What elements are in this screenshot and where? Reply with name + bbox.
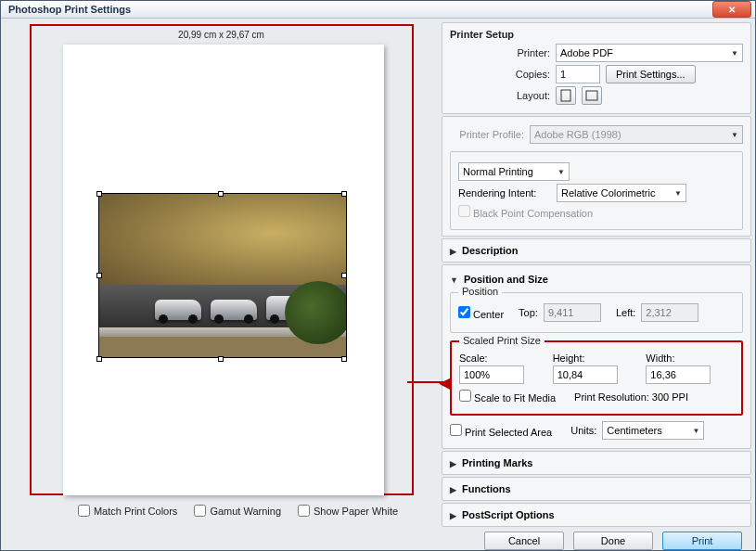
layout-label: Layout: <box>450 90 550 101</box>
resize-handle[interactable] <box>96 273 102 278</box>
postscript-section[interactable]: PostScript Options <box>442 503 751 527</box>
printer-profile-select[interactable]: Adobe RGB (1998)▼ <box>530 125 743 144</box>
rendering-intent-select[interactable]: Relative Colorimetric▼ <box>557 184 686 202</box>
position-size-title: Position and Size <box>464 274 548 285</box>
scale-label: Scale: <box>459 352 547 364</box>
resize-handle[interactable] <box>341 191 347 197</box>
chevron-down-icon: ▼ <box>674 189 682 198</box>
top-label: Top: <box>519 307 538 318</box>
scale-to-fit-check[interactable]: Scale to Fit Media <box>459 390 556 404</box>
chevron-down-icon: ▼ <box>692 427 699 435</box>
gamut-warning-check[interactable]: Gamut Warning <box>194 505 281 517</box>
description-section[interactable]: Description <box>442 238 751 263</box>
chevron-right-icon <box>450 245 456 256</box>
chevron-down-icon: ▼ <box>731 131 738 139</box>
print-settings-button[interactable]: Print Settings... <box>606 65 696 83</box>
layout-portrait-button[interactable] <box>556 86 576 105</box>
match-print-colors-check[interactable]: Match Print Colors <box>78 505 177 517</box>
resize-handle[interactable] <box>341 273 347 278</box>
rendering-group: Normal Printing▼ Rendering Intent: Relat… <box>450 151 743 230</box>
preview-options: Match Print Colors Gamut Warning Show Pa… <box>45 505 398 517</box>
page-dimensions-label: 20,99 cm x 29,67 cm <box>32 30 412 40</box>
printer-label: Printer: <box>450 47 550 58</box>
scaled-print-size-group: ◀ Scaled Print Size Scale:100% Height:10… <box>450 340 743 416</box>
position-legend: Position <box>458 286 502 297</box>
width-label: Width: <box>646 352 734 364</box>
scale-input[interactable]: 100% <box>459 365 524 384</box>
chevron-down-icon[interactable] <box>450 274 458 285</box>
printer-setup-panel: Printer Setup Printer: Adobe PDF▼ Copies… <box>442 22 751 114</box>
height-label: Height: <box>553 352 641 364</box>
print-selected-area-check[interactable]: Print Selected Area <box>450 424 552 438</box>
printing-mode-select[interactable]: Normal Printing▼ <box>458 162 570 181</box>
resize-handle[interactable] <box>341 356 347 362</box>
units-label: Units: <box>570 425 596 436</box>
rendering-intent-label: Rendering Intent: <box>458 187 551 199</box>
chevron-down-icon: ▼ <box>731 49 738 58</box>
preview-image[interactable] <box>98 193 347 358</box>
left-input: 2,312 <box>641 303 698 322</box>
done-button[interactable]: Done <box>573 532 653 550</box>
print-button[interactable]: Print <box>662 532 742 550</box>
scaled-legend: Scaled Print Size <box>459 335 545 346</box>
svg-rect-0 <box>561 90 570 101</box>
color-management-panel: Printer Profile: Adobe RGB (1998)▼ Norma… <box>442 116 751 237</box>
resize-handle[interactable] <box>96 191 102 197</box>
callout-arrowhead: ◀ <box>439 374 450 391</box>
chevron-right-icon <box>450 457 456 468</box>
resize-handle[interactable] <box>218 191 224 197</box>
copies-input[interactable]: 1 <box>556 65 600 83</box>
close-icon[interactable]: ✕ <box>712 1 751 18</box>
width-input[interactable]: 16,36 <box>646 365 711 384</box>
show-paper-white-check[interactable]: Show Paper White <box>298 505 398 517</box>
print-settings-window: Photoshop Print Settings ✕ 20,99 cm x 29… <box>0 0 756 551</box>
position-size-panel: Position and Size Position Center Top: 9… <box>442 264 751 449</box>
copies-label: Copies: <box>450 69 550 80</box>
preview-area: 20,99 cm x 29,67 cm <box>30 24 414 495</box>
window-title: Photoshop Print Settings <box>5 4 131 15</box>
titlebar: Photoshop Print Settings ✕ <box>1 1 755 19</box>
print-resolution-label: Print Resolution: 300 PPI <box>574 391 688 403</box>
chevron-right-icon <box>450 509 456 520</box>
chevron-down-icon: ▼ <box>557 168 565 176</box>
printing-marks-section[interactable]: Printing Marks <box>442 451 751 475</box>
layout-landscape-button[interactable] <box>582 86 602 105</box>
height-input[interactable]: 10,84 <box>553 365 618 384</box>
units-select[interactable]: Centimeters▼ <box>602 421 704 440</box>
resize-handle[interactable] <box>96 356 102 362</box>
functions-section[interactable]: Functions <box>442 477 751 501</box>
top-input: 9,411 <box>544 303 601 322</box>
svg-rect-1 <box>586 91 597 100</box>
position-group: Position Center Top: 9,411 Left: 2,312 <box>450 292 743 333</box>
printer-profile-label: Printer Profile: <box>450 129 524 140</box>
printer-setup-title: Printer Setup <box>450 29 743 40</box>
dialog-footer: Cancel Done Print <box>1 531 755 550</box>
left-label: Left: <box>616 307 635 318</box>
chevron-right-icon <box>450 483 456 494</box>
paper-sheet <box>63 45 384 495</box>
cancel-button[interactable]: Cancel <box>484 532 564 550</box>
black-point-check: Black Point Compensation <box>458 205 593 219</box>
printer-select[interactable]: Adobe PDF▼ <box>556 44 743 62</box>
resize-handle[interactable] <box>218 356 224 362</box>
center-check[interactable]: Center <box>458 306 504 320</box>
